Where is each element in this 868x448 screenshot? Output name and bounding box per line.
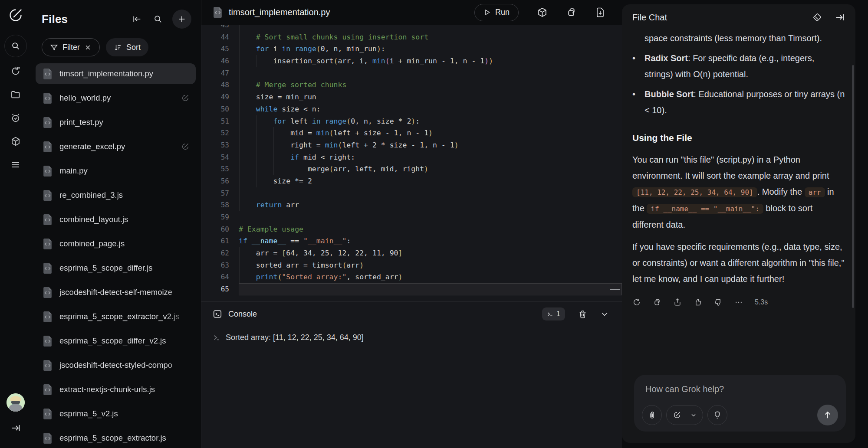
thumbs-up-icon[interactable] — [694, 298, 702, 307]
file-name: esprima_5_v2.js — [59, 409, 190, 419]
code-line[interactable]: 44# Sort small chunks using insertion so… — [201, 31, 622, 43]
add-file-button[interactable] — [172, 10, 191, 29]
folder-icon[interactable] — [6, 85, 25, 104]
file-name: combined_layout.js — [59, 215, 190, 224]
tasks-icon[interactable] — [6, 108, 25, 128]
code-line[interactable]: 51for left in range(0, n, size * 2): — [201, 115, 622, 128]
play-icon — [483, 9, 491, 16]
file-list: timsort_implementation.pyhello_world.pyp… — [31, 59, 201, 448]
code-line[interactable]: 64print("Sorted array:", sorted_arr) — [201, 271, 622, 283]
code-line[interactable]: 47 — [201, 67, 622, 79]
code-line[interactable]: 63sorted_arr = timsort(arr) — [201, 259, 622, 271]
new-chat-icon[interactable] — [6, 62, 25, 81]
code-line[interactable]: 49size = min_run — [201, 91, 622, 103]
chat-list-item: •Bubble Sort: Educational purposes or ti… — [632, 86, 845, 118]
file-list-item[interactable]: hello_world.py — [36, 88, 196, 108]
chevron-down-icon — [690, 412, 697, 418]
copy-icon[interactable] — [566, 7, 577, 18]
attach-button[interactable] — [642, 405, 662, 425]
share-icon[interactable] — [673, 298, 682, 307]
chat-heading: Using the File — [632, 130, 845, 146]
file-code-icon — [43, 214, 53, 226]
code-line[interactable]: 52mid = min(left + size - 1, n - 1) — [201, 127, 622, 139]
file-list-item[interactable]: esprima_5_scope_differ.js — [36, 258, 196, 278]
file-list-item[interactable]: extract-nextjs-chunk-urls.js — [36, 379, 196, 400]
left-rail — [0, 0, 31, 448]
collapse-right-icon[interactable] — [835, 12, 845, 23]
code-line[interactable]: 61if __name__ == "__main__": — [201, 235, 622, 247]
code-line[interactable]: 55merge(arr, left, mid, right) — [201, 163, 622, 175]
inline-code: arr — [805, 187, 825, 197]
file-list-item[interactable]: main.py — [36, 160, 196, 181]
file-list-item[interactable]: combined_page.js — [36, 233, 196, 254]
code-line[interactable]: 48# Merge sorted chunks — [201, 79, 622, 91]
code-line[interactable]: 50while size < n: — [201, 103, 622, 115]
package-icon[interactable] — [6, 132, 25, 151]
chat-input-box[interactable]: How can Grok help? — [634, 375, 846, 432]
trash-icon[interactable] — [578, 310, 587, 319]
code-line[interactable]: 56size *= 2 — [201, 175, 622, 187]
editor-pane: timsort_implementation.py Run 4344# Sort… — [201, 0, 622, 448]
console-count-badge[interactable]: 1 — [542, 307, 565, 320]
paperclip-icon — [648, 411, 657, 420]
thumbs-down-icon[interactable] — [714, 298, 723, 307]
scrollbar-thumb[interactable] — [852, 65, 854, 308]
code-line[interactable]: 59 — [201, 211, 622, 223]
file-list-item[interactable]: re_combined_3.js — [36, 185, 196, 206]
eraser-icon[interactable] — [812, 12, 822, 23]
chat-input-placeholder[interactable]: How can Grok help? — [642, 383, 838, 405]
expand-right-icon[interactable] — [6, 419, 25, 438]
code-line[interactable]: 46insertion_sort(arr, i, min(i + min_run… — [201, 55, 622, 67]
filter-chip[interactable]: Filter — [42, 38, 100, 56]
code-line[interactable]: 65 — [201, 283, 622, 295]
file-name: generate_excel.py — [59, 142, 181, 151]
code-line[interactable]: 62arr = [64, 34, 25, 12, 22, 11, 90] — [201, 247, 622, 259]
files-sidebar: Files Filter Sort timsort_implementation… — [31, 0, 201, 448]
grok-logo[interactable] — [8, 8, 23, 23]
sort-chip[interactable]: Sort — [106, 38, 148, 56]
file-code-icon — [43, 287, 53, 298]
copy-icon[interactable] — [653, 298, 661, 307]
code-line[interactable]: 54if mid < right: — [201, 151, 622, 164]
ellipsis-icon[interactable] — [734, 298, 743, 307]
run-button[interactable]: Run — [474, 4, 519, 21]
file-list-item[interactable]: print_test.py — [36, 112, 196, 133]
avatar[interactable] — [7, 393, 25, 412]
code-editor[interactable]: 4344# Sort small chunks using insertion … — [201, 25, 622, 301]
code-line[interactable]: 58return arr — [201, 199, 622, 211]
model-selector[interactable] — [666, 405, 703, 425]
scrollbar-thumb[interactable] — [610, 289, 620, 290]
code-line[interactable]: 45for i in range(0, n, min_run): — [201, 43, 622, 55]
console-panel: Console 1 Sorted array: [11, 12, 22, 25,… — [201, 301, 622, 448]
regenerate-icon[interactable] — [632, 298, 641, 307]
file-list-item[interactable]: esprima_5_scope_extractor.js — [36, 428, 196, 448]
file-name: extract-nextjs-chunk-urls.js — [59, 385, 190, 394]
file-list-item[interactable]: esprima_5_scope_extractor_v2.js — [36, 306, 196, 327]
think-button[interactable] — [707, 405, 727, 425]
search-icon[interactable] — [4, 35, 27, 57]
file-name: jscodeshift-detect-styled-compo — [59, 360, 190, 370]
generation-time: 5.3s — [755, 294, 768, 310]
file-name: re_combined_3.js — [59, 190, 190, 200]
send-button[interactable] — [817, 405, 838, 425]
file-name: esprima_5_scope_differ_v2.js — [59, 336, 190, 346]
file-list-item[interactable]: jscodeshift-detect-styled-compo — [36, 355, 196, 376]
file-list-item[interactable]: esprima_5_v2.js — [36, 403, 196, 424]
code-line[interactable]: 43 — [201, 25, 622, 31]
code-line[interactable]: 53right = min(left + 2 * size - 1, n - 1… — [201, 139, 622, 151]
code-line[interactable]: 57 — [201, 187, 622, 199]
download-file-icon[interactable] — [595, 7, 605, 18]
menu-icon[interactable] — [6, 155, 25, 174]
file-list-item[interactable]: jscodeshift-detect-self-memoize — [36, 282, 196, 303]
chat-messages: space constraints (less memory than Tims… — [622, 30, 855, 368]
chat-title: File Chat — [632, 13, 800, 23]
file-list-item[interactable]: combined_layout.js — [36, 209, 196, 230]
file-list-item[interactable]: generate_excel.py — [36, 136, 196, 157]
chevron-down-icon[interactable] — [600, 310, 609, 318]
search-icon[interactable] — [153, 14, 163, 24]
collapse-left-icon[interactable] — [132, 14, 142, 24]
package-icon[interactable] — [537, 7, 548, 18]
file-list-item[interactable]: timsort_implementation.py — [36, 63, 196, 84]
file-list-item[interactable]: esprima_5_scope_differ_v2.js — [36, 330, 196, 351]
code-line[interactable]: 60# Example usage — [201, 223, 622, 235]
